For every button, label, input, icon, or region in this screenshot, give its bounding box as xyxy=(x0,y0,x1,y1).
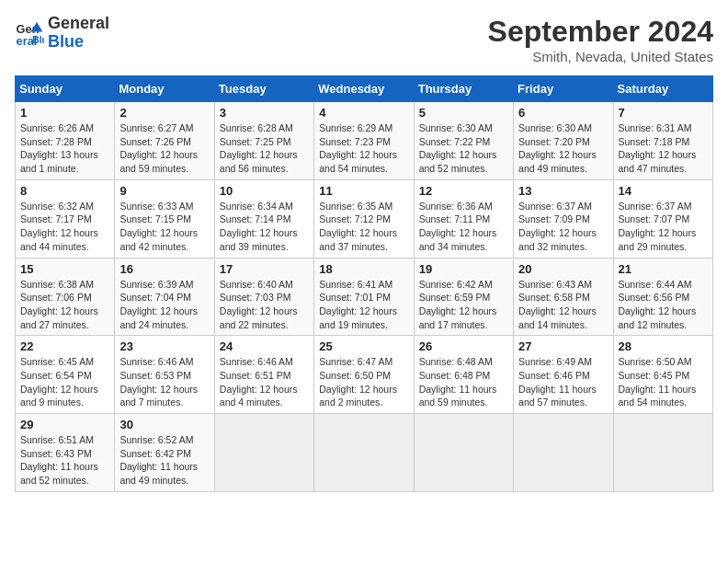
calendar-cell: 10Sunrise: 6:34 AM Sunset: 7:14 PM Dayli… xyxy=(214,179,313,258)
calendar-cell: 3Sunrise: 6:28 AM Sunset: 7:25 PM Daylig… xyxy=(214,102,313,180)
calendar-table: SundayMondayTuesdayWednesdayThursdayFrid… xyxy=(15,75,713,492)
calendar-cell: 14Sunrise: 6:37 AM Sunset: 7:07 PM Dayli… xyxy=(613,179,712,258)
calendar-week-row: 8Sunrise: 6:32 AM Sunset: 7:17 PM Daylig… xyxy=(16,179,713,258)
calendar-week-row: 15Sunrise: 6:38 AM Sunset: 7:06 PM Dayli… xyxy=(16,258,713,336)
day-number: 20 xyxy=(518,262,608,276)
main-title: September 2024 xyxy=(488,15,713,49)
day-number: 5 xyxy=(419,106,508,120)
day-info: Sunrise: 6:42 AM Sunset: 6:59 PM Dayligh… xyxy=(419,278,508,332)
day-info: Sunrise: 6:36 AM Sunset: 7:11 PM Dayligh… xyxy=(419,200,508,254)
day-info: Sunrise: 6:31 AM Sunset: 7:18 PM Dayligh… xyxy=(619,121,708,176)
calendar-week-row: 1Sunrise: 6:26 AM Sunset: 7:28 PM Daylig… xyxy=(16,102,713,180)
day-info: Sunrise: 6:27 AM Sunset: 7:26 PM Dayligh… xyxy=(119,121,209,176)
calendar-cell: 12Sunrise: 6:36 AM Sunset: 7:11 PM Dayli… xyxy=(414,179,513,258)
day-number: 23 xyxy=(119,339,209,353)
logo-text-line1: General xyxy=(48,15,109,33)
day-info: Sunrise: 6:33 AM Sunset: 7:15 PM Dayligh… xyxy=(119,200,209,254)
day-number: 14 xyxy=(619,184,708,198)
day-number: 22 xyxy=(20,339,109,353)
day-info: Sunrise: 6:30 AM Sunset: 7:20 PM Dayligh… xyxy=(518,121,608,176)
day-info: Sunrise: 6:43 AM Sunset: 6:58 PM Dayligh… xyxy=(518,278,608,332)
title-area: September 2024 Smith, Nevada, United Sta… xyxy=(488,15,713,64)
calendar-cell: 4Sunrise: 6:29 AM Sunset: 7:23 PM Daylig… xyxy=(314,102,414,180)
day-number: 7 xyxy=(619,106,708,120)
day-info: Sunrise: 6:50 AM Sunset: 6:45 PM Dayligh… xyxy=(619,355,708,409)
calendar-cell: 22Sunrise: 6:45 AM Sunset: 6:54 PM Dayli… xyxy=(16,336,115,414)
calendar-cell xyxy=(613,414,712,492)
calendar-cell: 23Sunrise: 6:46 AM Sunset: 6:53 PM Dayli… xyxy=(115,336,214,414)
calendar-cell: 25Sunrise: 6:47 AM Sunset: 6:50 PM Dayli… xyxy=(314,336,414,414)
day-info: Sunrise: 6:46 AM Sunset: 6:51 PM Dayligh… xyxy=(220,355,309,409)
day-number: 11 xyxy=(319,184,408,198)
day-info: Sunrise: 6:35 AM Sunset: 7:12 PM Dayligh… xyxy=(319,200,408,254)
day-info: Sunrise: 6:45 AM Sunset: 6:54 PM Dayligh… xyxy=(20,355,109,409)
calendar-cell: 6Sunrise: 6:30 AM Sunset: 7:20 PM Daylig… xyxy=(514,102,613,180)
weekday-header: Sunday xyxy=(16,76,115,102)
day-info: Sunrise: 6:34 AM Sunset: 7:14 PM Dayligh… xyxy=(220,200,309,254)
subtitle: Smith, Nevada, United States xyxy=(488,49,713,64)
day-info: Sunrise: 6:41 AM Sunset: 7:01 PM Dayligh… xyxy=(319,278,408,332)
calendar-cell: 5Sunrise: 6:30 AM Sunset: 7:22 PM Daylig… xyxy=(414,102,513,180)
weekday-header: Thursday xyxy=(414,76,513,102)
weekday-header: Monday xyxy=(115,76,214,102)
day-info: Sunrise: 6:46 AM Sunset: 6:53 PM Dayligh… xyxy=(119,355,209,409)
calendar-cell: 2Sunrise: 6:27 AM Sunset: 7:26 PM Daylig… xyxy=(115,102,214,180)
day-number: 2 xyxy=(119,106,209,120)
day-number: 17 xyxy=(220,262,309,276)
day-number: 4 xyxy=(319,106,408,120)
day-number: 24 xyxy=(220,339,309,353)
day-info: Sunrise: 6:52 AM Sunset: 6:42 PM Dayligh… xyxy=(119,433,209,488)
day-info: Sunrise: 6:44 AM Sunset: 6:56 PM Dayligh… xyxy=(619,278,708,332)
day-info: Sunrise: 6:32 AM Sunset: 7:17 PM Dayligh… xyxy=(20,200,109,254)
calendar-cell: 18Sunrise: 6:41 AM Sunset: 7:01 PM Dayli… xyxy=(314,258,414,336)
day-number: 28 xyxy=(619,339,708,353)
calendar-cell: 1Sunrise: 6:26 AM Sunset: 7:28 PM Daylig… xyxy=(16,102,115,180)
calendar-cell: 29Sunrise: 6:51 AM Sunset: 6:43 PM Dayli… xyxy=(16,414,115,492)
day-info: Sunrise: 6:37 AM Sunset: 7:07 PM Dayligh… xyxy=(619,200,708,254)
day-number: 21 xyxy=(619,262,708,276)
calendar-cell: 19Sunrise: 6:42 AM Sunset: 6:59 PM Dayli… xyxy=(414,258,513,336)
weekday-header: Friday xyxy=(514,76,613,102)
weekday-header: Tuesday xyxy=(214,76,313,102)
calendar-cell: 9Sunrise: 6:33 AM Sunset: 7:15 PM Daylig… xyxy=(115,179,214,258)
calendar-cell xyxy=(314,414,414,492)
day-number: 10 xyxy=(220,184,309,198)
calendar-header: SundayMondayTuesdayWednesdayThursdayFrid… xyxy=(16,76,713,102)
calendar-cell: 13Sunrise: 6:37 AM Sunset: 7:09 PM Dayli… xyxy=(514,179,613,258)
calendar-week-row: 29Sunrise: 6:51 AM Sunset: 6:43 PM Dayli… xyxy=(16,414,713,492)
day-number: 6 xyxy=(518,106,608,120)
day-number: 9 xyxy=(119,184,209,198)
day-info: Sunrise: 6:51 AM Sunset: 6:43 PM Dayligh… xyxy=(20,433,109,488)
day-number: 1 xyxy=(20,106,109,120)
day-info: Sunrise: 6:38 AM Sunset: 7:06 PM Dayligh… xyxy=(20,278,109,332)
logo-text-line2: Blue xyxy=(48,33,109,52)
day-info: Sunrise: 6:28 AM Sunset: 7:25 PM Dayligh… xyxy=(220,121,309,176)
calendar-cell: 8Sunrise: 6:32 AM Sunset: 7:17 PM Daylig… xyxy=(16,179,115,258)
calendar-cell: 28Sunrise: 6:50 AM Sunset: 6:45 PM Dayli… xyxy=(613,336,712,414)
header: Gen eral Blue General Blue September 202… xyxy=(15,15,713,64)
day-number: 26 xyxy=(419,339,508,353)
day-number: 19 xyxy=(419,262,508,276)
day-number: 16 xyxy=(119,262,209,276)
day-number: 3 xyxy=(220,106,309,120)
calendar-cell: 20Sunrise: 6:43 AM Sunset: 6:58 PM Dayli… xyxy=(514,258,613,336)
calendar-cell: 11Sunrise: 6:35 AM Sunset: 7:12 PM Dayli… xyxy=(314,179,414,258)
day-number: 13 xyxy=(518,184,608,198)
weekday-header: Wednesday xyxy=(314,76,414,102)
logo: Gen eral Blue General Blue xyxy=(15,15,109,52)
day-number: 30 xyxy=(119,418,209,431)
day-info: Sunrise: 6:40 AM Sunset: 7:03 PM Dayligh… xyxy=(220,278,309,332)
day-info: Sunrise: 6:48 AM Sunset: 6:48 PM Dayligh… xyxy=(419,355,508,409)
weekday-header: Saturday xyxy=(613,76,712,102)
day-info: Sunrise: 6:49 AM Sunset: 6:46 PM Dayligh… xyxy=(518,355,608,409)
day-info: Sunrise: 6:26 AM Sunset: 7:28 PM Dayligh… xyxy=(20,121,109,176)
calendar-week-row: 22Sunrise: 6:45 AM Sunset: 6:54 PM Dayli… xyxy=(16,336,713,414)
day-number: 15 xyxy=(20,262,109,276)
day-info: Sunrise: 6:39 AM Sunset: 7:04 PM Dayligh… xyxy=(119,278,209,332)
day-info: Sunrise: 6:47 AM Sunset: 6:50 PM Dayligh… xyxy=(319,355,408,409)
calendar-cell xyxy=(514,414,613,492)
calendar-cell: 17Sunrise: 6:40 AM Sunset: 7:03 PM Dayli… xyxy=(214,258,313,336)
calendar-cell: 16Sunrise: 6:39 AM Sunset: 7:04 PM Dayli… xyxy=(115,258,214,336)
day-number: 8 xyxy=(20,184,109,198)
calendar-body: 1Sunrise: 6:26 AM Sunset: 7:28 PM Daylig… xyxy=(16,102,713,492)
